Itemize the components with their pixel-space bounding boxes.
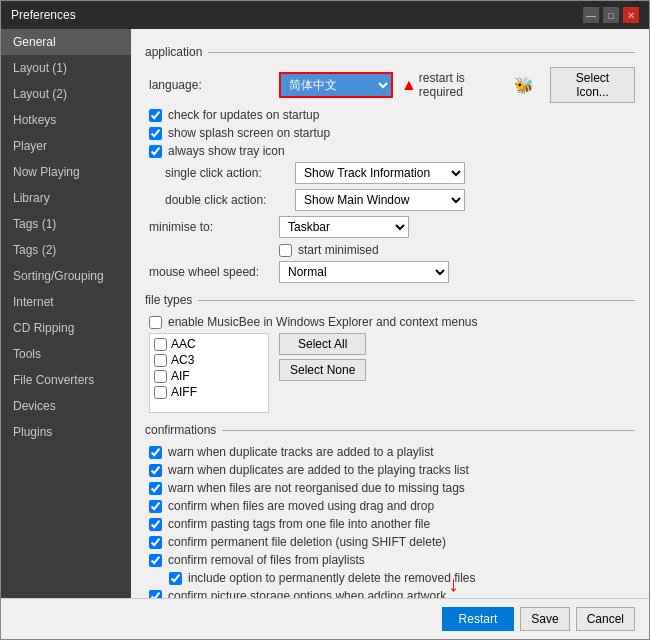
cancel-button[interactable]: Cancel — [576, 607, 635, 631]
file-type-aiff: AIFF — [152, 384, 266, 400]
splash-screen-label: show splash screen on startup — [168, 126, 330, 140]
enable-file-types-row: enable MusicBee in Windows Explorer and … — [145, 315, 635, 329]
conf-row-1: warn when duplicates are added to the pl… — [145, 463, 635, 477]
check-updates-row: check for updates on startup — [145, 108, 635, 122]
conf-label-1: warn when duplicates are added to the pl… — [168, 463, 469, 477]
restart-button[interactable]: Restart — [442, 607, 515, 631]
tray-icon-row: always show tray icon — [145, 144, 635, 158]
conf-checkbox-7[interactable] — [149, 590, 162, 599]
sidebar-item-hotkeys[interactable]: Hotkeys — [1, 107, 131, 133]
check-updates-checkbox[interactable] — [149, 109, 162, 122]
restart-note: ▲ restart is required — [401, 71, 502, 99]
select-none-button[interactable]: Select None — [279, 359, 366, 381]
sidebar-item-tags2[interactable]: Tags (2) — [1, 237, 131, 263]
single-click-label: single click action: — [165, 166, 295, 180]
enable-file-types-label: enable MusicBee in Windows Explorer and … — [168, 315, 478, 329]
confirmations-list: warn when duplicate tracks are added to … — [145, 445, 635, 598]
application-section-title: application — [145, 45, 202, 59]
conf-row-3: confirm when files are moved using drag … — [145, 499, 635, 513]
conf-checkbox-6[interactable] — [149, 554, 162, 567]
file-types-list: AAC AC3 AIF AIFF — [149, 333, 269, 413]
conf-row-0: warn when duplicate tracks are added to … — [145, 445, 635, 459]
sidebar-item-sorting[interactable]: Sorting/Grouping — [1, 263, 131, 289]
file-type-ac3: AC3 — [152, 352, 266, 368]
sidebar-item-layout2[interactable]: Layout (2) — [1, 81, 131, 107]
minimize-button[interactable]: — — [583, 7, 599, 23]
mouse-wheel-row: mouse wheel speed: Normal Fast Slow — [145, 261, 635, 283]
conf-row-7: confirm picture storage options when add… — [145, 589, 635, 598]
aif-checkbox[interactable] — [154, 370, 167, 383]
bee-icon: 🐝 — [514, 76, 534, 95]
conf-label-5: confirm permanent file deletion (using S… — [168, 535, 446, 549]
conf-row-6: confirm removal of files from playlists — [145, 553, 635, 567]
conf-checkbox-5[interactable] — [149, 536, 162, 549]
start-minimised-checkbox[interactable] — [279, 244, 292, 257]
conf-row-2: warn when files are not reorganised due … — [145, 481, 635, 495]
conf-label-7: confirm picture storage options when add… — [168, 589, 446, 598]
sidebar-item-general[interactable]: General — [1, 29, 131, 55]
conf-checkbox-1[interactable] — [149, 464, 162, 477]
file-type-aac: AAC — [152, 336, 266, 352]
close-button[interactable]: ✕ — [623, 7, 639, 23]
splash-screen-checkbox[interactable] — [149, 127, 162, 140]
splash-screen-row: show splash screen on startup — [145, 126, 635, 140]
footer: ↓ Restart Save Cancel — [1, 598, 649, 639]
sidebar-item-file-converters[interactable]: File Converters — [1, 367, 131, 393]
mouse-wheel-label: mouse wheel speed: — [149, 265, 279, 279]
minimise-select[interactable]: Taskbar System Tray — [279, 216, 409, 238]
double-click-row: double click action: Show Main Window Sh… — [145, 189, 635, 211]
conf-checkbox-3[interactable] — [149, 500, 162, 513]
minimise-row: minimise to: Taskbar System Tray — [145, 216, 635, 238]
sidebar-item-library[interactable]: Library — [1, 185, 131, 211]
conf-checkbox-0[interactable] — [149, 446, 162, 459]
sidebar-item-tags1[interactable]: Tags (1) — [1, 211, 131, 237]
preferences-window: Preferences — □ ✕ General Layout (1) Lay… — [0, 0, 650, 640]
aiff-checkbox[interactable] — [154, 386, 167, 399]
conf-row-5: confirm permanent file deletion (using S… — [145, 535, 635, 549]
sidebar-item-internet[interactable]: Internet — [1, 289, 131, 315]
save-button[interactable]: Save — [520, 607, 569, 631]
sidebar-item-player[interactable]: Player — [1, 133, 131, 159]
window-title: Preferences — [11, 8, 76, 22]
sidebar-item-plugins[interactable]: Plugins — [1, 419, 131, 445]
maximize-button[interactable]: □ — [603, 7, 619, 23]
minimise-label: minimise to: — [149, 220, 279, 234]
language-label: language: — [149, 78, 279, 92]
conf-sub-row: include option to permanently delete the… — [145, 571, 635, 585]
single-click-select[interactable]: Show Track Information Show Main Window … — [295, 162, 465, 184]
file-type-aif: AIF — [152, 368, 266, 384]
ac3-checkbox[interactable] — [154, 354, 167, 367]
confirmations-section-header: confirmations — [145, 423, 635, 437]
minimise-control-group: Taskbar System Tray — [279, 216, 409, 238]
sidebar-item-now-playing[interactable]: Now Playing — [1, 159, 131, 185]
sidebar-item-layout1[interactable]: Layout (1) — [1, 55, 131, 81]
select-all-button[interactable]: Select All — [279, 333, 366, 355]
single-click-row: single click action: Show Track Informat… — [145, 162, 635, 184]
file-types-section-header: file types — [145, 293, 635, 307]
conf-checkbox-4[interactable] — [149, 518, 162, 531]
language-control-group: 简体中文 English ▲ restart is required 🐝 Sel… — [279, 67, 635, 103]
title-bar: Preferences — □ ✕ — [1, 1, 649, 29]
mouse-wheel-select[interactable]: Normal Fast Slow — [279, 261, 449, 283]
double-click-select[interactable]: Show Main Window Show Track Information … — [295, 189, 465, 211]
application-section-header: application — [145, 45, 635, 59]
sidebar-item-devices[interactable]: Devices — [1, 393, 131, 419]
enable-file-types-checkbox[interactable] — [149, 316, 162, 329]
title-controls: — □ ✕ — [583, 7, 639, 23]
double-click-label: double click action: — [165, 193, 295, 207]
start-minimised-row: start minimised — [145, 243, 635, 257]
conf-label-3: confirm when files are moved using drag … — [168, 499, 434, 513]
sidebar-item-cd-ripping[interactable]: CD Ripping — [1, 315, 131, 341]
main-panel: application language: 简体中文 English ▲ res… — [131, 29, 649, 598]
conf-label-0: warn when duplicate tracks are added to … — [168, 445, 433, 459]
conf-checkbox-2[interactable] — [149, 482, 162, 495]
sidebar: General Layout (1) Layout (2) Hotkeys Pl… — [1, 29, 131, 598]
select-icon-button[interactable]: Select Icon... — [550, 67, 635, 103]
language-select-box: 简体中文 English — [279, 72, 393, 98]
aac-checkbox[interactable] — [154, 338, 167, 351]
conf-sub-checkbox[interactable] — [169, 572, 182, 585]
tray-icon-checkbox[interactable] — [149, 145, 162, 158]
language-select[interactable]: 简体中文 English — [281, 74, 391, 96]
conf-label-2: warn when files are not reorganised due … — [168, 481, 465, 495]
sidebar-item-tools[interactable]: Tools — [1, 341, 131, 367]
